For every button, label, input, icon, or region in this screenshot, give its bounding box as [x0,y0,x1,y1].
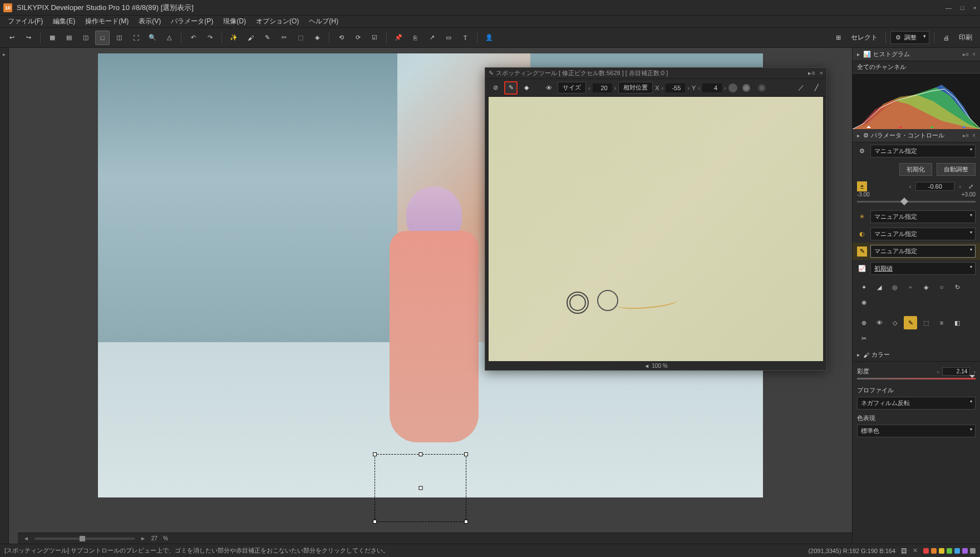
spot-line2-icon[interactable]: ╱ [810,81,823,95]
close-icon[interactable]: × [972,132,976,139]
check-icon[interactable]: ☑ [367,31,382,45]
exposure-slider[interactable] [857,201,976,203]
spot-eraser-icon[interactable]: ◆ [520,81,533,95]
spot-icon[interactable]: ✎ [904,316,917,329]
grid-icon[interactable]: ▦ [45,31,60,45]
mode-dropdown[interactable]: マニュアル指定 [870,145,976,157]
redeye-icon[interactable]: 👁 [873,316,886,329]
single-view-icon[interactable]: □ [95,31,110,45]
wb-dropdown[interactable]: マニュアル指定 [870,210,976,223]
forward-icon[interactable]: ↪ [21,31,36,45]
left-strip[interactable]: ▸ [0,48,9,544]
histogram-header[interactable]: ▸📊 ヒストグラム ▸≡× [853,48,980,61]
lens-icon[interactable]: ◎ [888,280,902,294]
menu-develop[interactable]: 現像(D) [219,16,250,27]
hardness-100-icon[interactable] [728,83,737,92]
detail-dropdown[interactable]: 初期値 [870,262,976,275]
sparkle-icon[interactable]: ✦ [857,280,870,294]
spot-line1-icon[interactable]: ／ [794,81,807,95]
distort-icon[interactable]: ◇ [888,316,902,329]
menu-option[interactable]: オプション(O) [252,16,303,27]
crop-selection[interactable] [375,454,466,522]
tone-dropdown[interactable]: マニュアル指定 [870,228,976,240]
rating-dots[interactable] [923,548,976,554]
fit-icon[interactable]: ⛶ [129,31,143,45]
maximize-button[interactable]: □ [961,4,964,11]
person-icon[interactable]: 👤 [482,31,496,45]
zoom-slider[interactable] [35,538,135,540]
undo-icon[interactable]: ↶ [186,31,200,45]
minimize-button[interactable]: — [945,4,952,11]
print-icon[interactable]: 🖨 [939,31,953,45]
spot-eye-icon[interactable]: 👁 [542,81,555,95]
canvas-area[interactable]: ✎ スポッティングツール [ 修正ピクセル数:5628 ] [ 赤目補正数:0 … [9,48,852,544]
copy-icon[interactable]: ⎘ [408,31,422,45]
select-mode-icon[interactable]: ⊞ [831,31,845,45]
crop-handle[interactable] [373,520,377,524]
x-value[interactable]: -55 [666,83,685,92]
profile-dropdown[interactable]: ネガフィルム反転 [857,397,976,410]
exposure-value[interactable]: -0.60 [915,182,954,191]
text-icon[interactable]: T [458,31,472,45]
level-icon[interactable]: ≡ [935,316,948,329]
saturation-slider[interactable] [857,378,976,379]
close-icon[interactable]: × [972,51,976,57]
warning-icon[interactable]: △ [162,31,176,45]
rotate-right-icon[interactable]: ⟳ [351,31,365,45]
status-cancel-icon[interactable]: ✕ [913,547,918,554]
hardness-0-icon[interactable] [755,81,769,95]
color-dropdown[interactable]: マニュアル指定 [870,245,976,258]
perspective-icon[interactable]: ◈ [310,31,324,45]
saturation-value[interactable]: 2.14 [942,367,970,376]
crop-handle[interactable] [464,452,468,456]
spotting-panel-title[interactable]: ✎ スポッティングツール [ 修正ピクセル数:5628 ] [ 赤目補正数:0 … [485,68,826,79]
param-control-header[interactable]: ▸⚙ パラメータ・コントロール ▸≡× [853,129,980,142]
panel-close-icon[interactable]: × [820,70,823,77]
redo-icon[interactable]: ↷ [203,31,217,45]
brush1-icon[interactable]: 🖌 [243,31,258,45]
select-label[interactable]: セレクト [851,33,878,42]
gradient-icon[interactable]: ◢ [873,280,886,294]
crop2-icon[interactable]: ✂ [857,332,870,345]
crop-handle[interactable] [418,452,422,456]
clone-icon[interactable]: ⊕ [857,316,870,329]
adjust-dropdown[interactable]: ⚙調整 [890,31,929,44]
grid2-icon[interactable]: ▤ [62,31,76,45]
layout1-icon[interactable]: ◫ [78,31,93,45]
tone2-icon[interactable]: ◧ [951,316,964,329]
reset-icon[interactable]: ⤢ [966,181,976,191]
crop-handle[interactable] [464,520,468,524]
blur-icon[interactable]: ○ [935,280,948,294]
close-button[interactable]: × [973,4,977,11]
rotate-icon[interactable]: ↻ [951,280,964,294]
rotate-left-icon[interactable]: ⟲ [334,31,348,45]
print-label[interactable]: 印刷 [959,33,972,42]
mode-dropdown[interactable]: 相対位置 [618,82,653,93]
menu-parameter[interactable]: パラメータ(P) [166,16,218,27]
size-value[interactable]: 20 [593,83,612,92]
auto-button[interactable]: 自動調整 [937,163,976,176]
init-button[interactable]: 初期化 [899,163,932,176]
back-icon[interactable]: ↩ [4,31,19,45]
menu-file[interactable]: ファイル(F) [3,16,47,27]
sharpen-icon[interactable]: ◈ [919,280,933,294]
crop-icon[interactable]: ⬚ [293,31,308,45]
panel-collapse-icon[interactable]: ▸≡ [808,70,815,77]
color-section-header[interactable]: ▸🖌 カラー [853,348,980,362]
crop-center[interactable] [418,486,422,490]
menu-mode[interactable]: 操作モード(M) [81,16,133,27]
channel-selector[interactable]: 全てのチャンネル [853,61,980,73]
nr-icon[interactable]: ▫ [904,280,917,294]
zoom-icon[interactable]: 🔍 [145,31,160,45]
collapse-icon[interactable]: ▸≡ [963,51,969,57]
menu-help[interactable]: ヘルプ(H) [304,16,343,27]
compare-icon[interactable]: ◫ [112,31,126,45]
hardness-50-icon[interactable] [740,81,753,95]
spot-target-circle[interactable] [597,290,618,311]
export-icon[interactable]: ↗ [425,31,439,45]
spot-disable-icon[interactable]: ⊘ [489,81,502,95]
menu-view[interactable]: 表示(V) [134,16,165,27]
menu-edit[interactable]: 編集(E) [48,16,80,27]
batch-icon[interactable]: ▭ [441,31,456,45]
spotting-preview[interactable] [489,97,823,361]
